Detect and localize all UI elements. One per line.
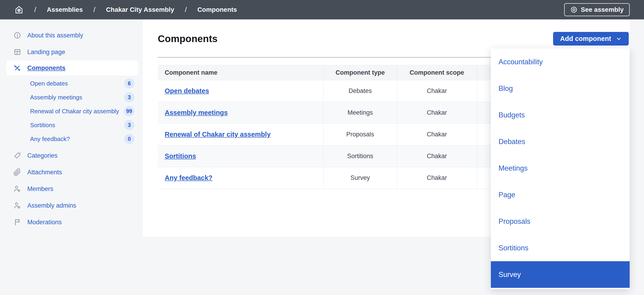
sidebar-item-label: Categories	[27, 152, 58, 159]
component-scope-cell: Chakar	[397, 167, 477, 189]
breadcrumb-item-components[interactable]: Components	[197, 6, 237, 13]
breadcrumb-item-chakar-city-assembly[interactable]: Chakar City Assembly	[106, 6, 174, 13]
see-assembly-label: See assembly	[581, 6, 624, 13]
component-scope-cell: Chakar	[397, 145, 477, 167]
col-header-component-type: Component type	[324, 65, 397, 80]
count-badge: 99	[124, 106, 134, 116]
sidebar-item-members[interactable]: Members	[0, 181, 143, 197]
dropdown-item-page[interactable]: Page	[491, 182, 630, 208]
sidebar-item-about-this-assembly[interactable]: About this assembly	[0, 27, 143, 44]
sidebar-item-categories[interactable]: Categories	[0, 147, 143, 164]
sub-item-label: Open debates	[30, 80, 68, 87]
dropdown-item-accountability[interactable]: Accountability	[491, 48, 630, 75]
paperclip-icon	[14, 168, 21, 176]
sub-item-label: Sortitions	[30, 122, 55, 129]
sub-item-label: Any feedback?	[30, 135, 70, 143]
sidebar-subitem-sortitions[interactable]: Sortitions 3	[0, 118, 143, 132]
add-component-label: Add component	[560, 35, 611, 42]
dropdown-item-blog[interactable]: Blog	[491, 75, 630, 102]
sidebar-subitem-any-feedback[interactable]: Any feedback? 0	[0, 132, 143, 146]
breadcrumb-item-assemblies[interactable]: Assemblies	[47, 6, 83, 13]
count-badge: 0	[124, 134, 134, 144]
sidebar-subitem-open-debates[interactable]: Open debates 6	[0, 76, 143, 90]
breadcrumb: / Assemblies / Chakar City Assembly / Co…	[14, 5, 237, 14]
topbar: / Assemblies / Chakar City Assembly / Co…	[0, 0, 644, 19]
chevron-down-icon	[616, 36, 622, 42]
tools-icon	[14, 64, 21, 72]
component-scope-cell: Chakar	[397, 102, 477, 124]
sidebar-item-moderations[interactable]: Moderations	[0, 214, 143, 231]
layout-icon	[14, 48, 21, 56]
breadcrumb-home-link[interactable]	[14, 5, 24, 14]
breadcrumb-separator: /	[34, 6, 36, 14]
component-scope-cell: Chakar	[397, 80, 477, 102]
component-link-renewal-of-chakar-city-assembly[interactable]: Renewal of Chakar city assembly	[165, 131, 271, 138]
user-gear-icon	[14, 185, 21, 193]
sidebar-item-label: Members	[27, 185, 54, 193]
component-link-sortitions[interactable]: Sortitions	[165, 152, 196, 160]
breadcrumb-separator: /	[185, 6, 187, 14]
home-gear-icon	[14, 5, 24, 14]
component-link-assembly-meetings[interactable]: Assembly meetings	[165, 109, 228, 116]
content-header: Components Add component	[158, 32, 629, 45]
dropdown-item-debates[interactable]: Debates	[491, 128, 630, 155]
sidebar-subitem-assembly-meetings[interactable]: Assembly meetings 3	[0, 90, 143, 104]
info-icon	[14, 31, 21, 39]
user-gear-icon	[14, 202, 21, 210]
component-type-cell: Survey	[324, 167, 397, 189]
sidebar-item-label: Landing page	[27, 48, 65, 56]
component-type-cell: Proposals	[324, 124, 397, 145]
dropdown-item-sortitions[interactable]: Sortitions	[491, 235, 630, 261]
see-assembly-button[interactable]: See assembly	[564, 3, 630, 16]
dropdown-item-budgets[interactable]: Budgets	[491, 102, 630, 128]
sidebar-item-components[interactable]: Components	[6, 60, 138, 76]
component-type-cell: Debates	[324, 80, 397, 102]
breadcrumb-separator: /	[94, 6, 95, 14]
count-badge: 3	[124, 92, 134, 102]
sidebar-subitem-renewal-of-chakar-city-assembly[interactable]: Renewal of Chakar city assembly 99	[0, 104, 143, 118]
flag-icon	[14, 218, 21, 226]
dropdown-item-meetings[interactable]: Meetings	[491, 155, 630, 182]
component-type-cell: Sortitions	[324, 145, 397, 167]
components-sub-list: Open debates 6 Assembly meetings 3 Renew…	[0, 76, 143, 146]
tag-icon	[14, 152, 21, 160]
component-link-any-feedback[interactable]: Any feedback?	[165, 174, 212, 182]
dropdown-item-survey[interactable]: Survey	[491, 261, 630, 288]
sidebar: About this assembly Landing page Compone…	[0, 19, 143, 295]
component-scope-cell: Chakar	[397, 124, 477, 145]
sidebar-item-label: Moderations	[27, 219, 62, 226]
add-component-button[interactable]: Add component	[553, 32, 629, 45]
col-header-component-scope: Component scope	[397, 65, 477, 80]
component-link-open-debates[interactable]: Open debates	[165, 87, 209, 95]
page-title: Components	[158, 33, 218, 44]
dropdown-item-proposals[interactable]: Proposals	[491, 208, 630, 235]
component-type-cell: Meetings	[324, 102, 397, 124]
sub-item-label: Assembly meetings	[30, 94, 82, 101]
add-component-dropdown: Accountability Blog Budgets Debates Meet…	[491, 48, 630, 289]
sidebar-item-label: Components	[27, 64, 66, 72]
count-badge: 6	[124, 78, 134, 88]
sidebar-item-attachments[interactable]: Attachments	[0, 164, 143, 181]
sidebar-item-landing-page[interactable]: Landing page	[0, 44, 143, 60]
sidebar-item-label: Assembly admins	[27, 202, 76, 209]
count-badge: 3	[124, 120, 134, 130]
sidebar-item-label: Attachments	[27, 169, 62, 176]
eye-icon	[570, 6, 578, 13]
sidebar-item-assembly-admins[interactable]: Assembly admins	[0, 197, 143, 214]
sidebar-item-label: About this assembly	[27, 32, 83, 39]
sub-item-label: Renewal of Chakar city assembly	[30, 108, 119, 115]
col-header-component-name: Component name	[158, 65, 324, 80]
